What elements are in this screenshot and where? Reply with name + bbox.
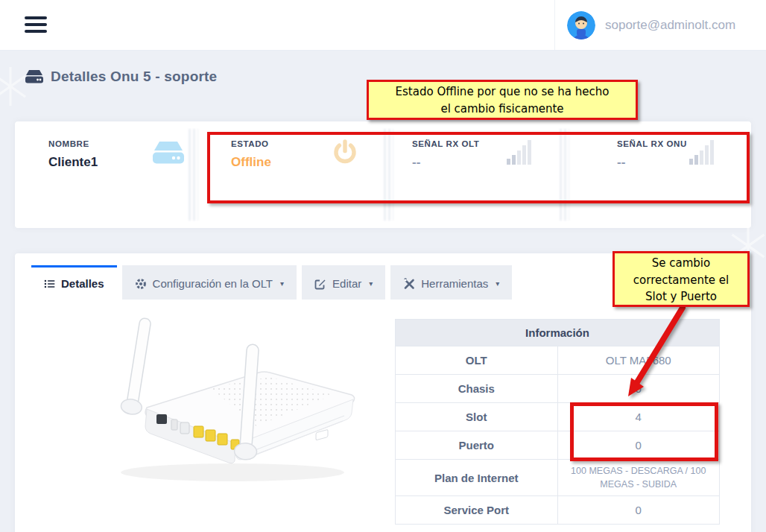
row-value: OLT MA5680 (557, 346, 720, 375)
hamburger-icon (25, 23, 47, 26)
row-label: Slot (396, 403, 558, 431)
onu-device-icon (25, 69, 44, 84)
note-line: Estado Offline por que no se ha hecho (369, 83, 636, 101)
gear-icon (135, 278, 147, 290)
row-label: OLT (396, 346, 558, 375)
note-line: el cambio fisicamente (369, 101, 636, 118)
user-menu[interactable]: soporte@adminolt.com (554, 0, 766, 50)
highlight-rectangle-slot-puerto (570, 402, 718, 461)
info-table-header: Información (396, 320, 720, 346)
annotation-note-offline: Estado Offline por que no se ha hecho el… (367, 80, 638, 120)
tools-icon (403, 278, 415, 290)
tab-label: Editar (332, 277, 361, 290)
page-title: Detalles Onu 5 - soporte (51, 69, 217, 85)
list-icon (44, 279, 55, 289)
row-label: Puerto (396, 431, 558, 460)
table-row-olt: OLT OLT MA5680 (396, 346, 720, 375)
table-row-plan: Plan de Internet 100 MEGAS - DESCARGA / … (396, 460, 720, 496)
tab-label: Herramientas (421, 277, 488, 290)
onu-details-page: soporte@adminolt.com Detalles Onu 5 - so… (0, 0, 766, 532)
row-value: 0 (557, 496, 720, 525)
hamburger-icon (25, 30, 47, 33)
tab-editar[interactable]: Editar ▾ (302, 265, 385, 300)
avatar (567, 11, 595, 39)
tab-label: Configuración en la OLT (153, 277, 273, 290)
chevron-down-icon: ▾ (280, 279, 284, 288)
annotation-note-slot-puerto: Se cambio correctamente el Slot y Puerto (613, 251, 750, 307)
row-value: 0 (557, 375, 720, 403)
user-email: soporte@adminolt.com (605, 18, 735, 33)
tab-detalles[interactable]: Detalles (31, 265, 117, 300)
row-label: Chasis (396, 375, 558, 403)
device-icon (151, 141, 186, 166)
note-line: Se cambio (615, 255, 747, 272)
metric-value: Cliente1 (48, 155, 98, 170)
tab-herramientas[interactable]: Herramientas ▾ (390, 265, 512, 300)
tab-label: Detalles (61, 277, 104, 290)
note-line: correctamente el (615, 272, 747, 289)
row-label: Plan de Internet (396, 460, 558, 496)
table-row-service-port: Service Port 0 (396, 496, 720, 525)
row-value: 100 MEGAS - DESCARGA / 100 MEGAS - SUBID… (557, 460, 720, 496)
chevron-down-icon: ▾ (496, 279, 499, 288)
divider (186, 129, 198, 221)
note-line: Slot y Puerto (615, 288, 747, 305)
edit-icon (314, 278, 326, 290)
metric-nombre: NOMBRE Cliente1 (48, 139, 98, 170)
hamburger-icon (25, 16, 47, 19)
metric-label: NOMBRE (48, 139, 98, 148)
row-label: Service Port (396, 496, 558, 525)
breadcrumb: Detalles Onu 5 - soporte (25, 69, 217, 85)
user-avatar-icon (567, 11, 595, 39)
router-image (61, 314, 367, 497)
tab-bar: Detalles Configuración en la OLT ▾ Edita… (31, 265, 512, 300)
table-row-chasis: Chasis 0 (396, 375, 720, 403)
topbar: soporte@adminolt.com (0, 0, 766, 51)
chevron-down-icon: ▾ (369, 279, 373, 288)
highlight-rectangle-status (207, 132, 750, 203)
decorative-snowflake (0, 66, 27, 107)
menu-toggle-button[interactable] (25, 16, 47, 33)
tab-configuracion-olt[interactable]: Configuración en la OLT ▾ (122, 265, 297, 300)
